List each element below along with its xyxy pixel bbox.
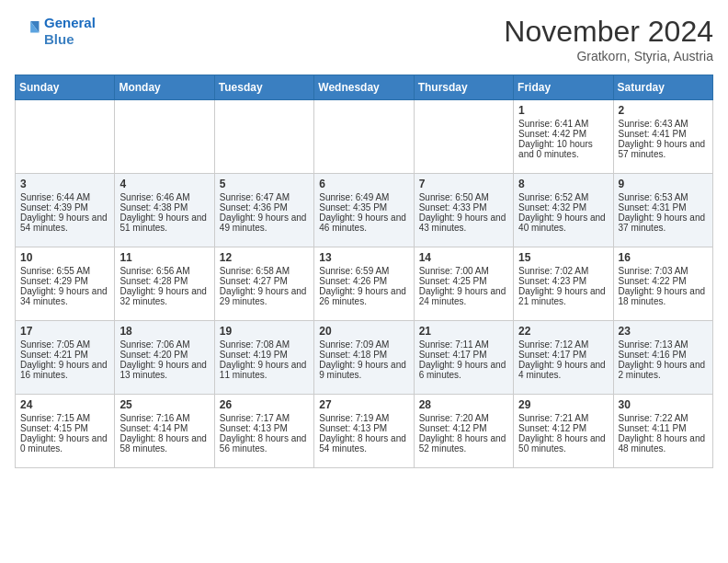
weekday-monday: Monday [115,75,214,100]
daylight-text: Daylight: 9 hours and 9 minutes. [319,360,408,380]
sunset-text: Sunset: 4:17 PM [419,350,508,360]
sunset-text: Sunset: 4:12 PM [419,423,508,433]
day-number: 22 [518,325,608,338]
sunset-text: Sunset: 4:20 PM [119,350,209,360]
day-number: 4 [119,178,209,190]
calendar-cell: 9Sunrise: 6:53 AMSunset: 4:31 PMDaylight… [613,174,712,247]
week-row-2: 3Sunrise: 6:44 AMSunset: 4:39 PMDaylight… [16,174,713,247]
daylight-text: Daylight: 9 hours and 49 minutes. [220,213,309,233]
day-number: 5 [220,178,309,190]
page-header: General Blue November 2024 Gratkorn, Sty… [15,15,713,63]
daylight-text: Daylight: 9 hours and 32 minutes. [119,286,209,306]
calendar-cell: 20Sunrise: 7:09 AMSunset: 4:18 PMDayligh… [314,321,414,395]
logo-text: General Blue [44,15,96,48]
sunset-text: Sunset: 4:15 PM [20,423,109,433]
sunrise-text: Sunrise: 7:21 AM [518,413,608,423]
calendar-cell: 4Sunrise: 6:46 AMSunset: 4:38 PMDaylight… [115,174,214,247]
calendar-cell: 23Sunrise: 7:13 AMSunset: 4:16 PMDayligh… [613,321,712,395]
sunset-text: Sunset: 4:33 PM [419,202,508,213]
sunset-text: Sunset: 4:27 PM [220,276,309,286]
sunset-text: Sunset: 4:25 PM [419,276,508,286]
calendar-cell: 30Sunrise: 7:22 AMSunset: 4:11 PMDayligh… [613,395,712,468]
day-number: 11 [119,251,209,264]
sunrise-text: Sunrise: 7:17 AM [220,413,309,423]
sunrise-text: Sunrise: 7:00 AM [419,266,508,276]
sunset-text: Sunset: 4:14 PM [119,423,209,433]
sunset-text: Sunset: 4:38 PM [119,202,209,213]
calendar-cell: 15Sunrise: 7:02 AMSunset: 4:23 PMDayligh… [514,247,613,321]
day-number: 7 [419,178,508,190]
calendar-cell: 6Sunrise: 6:49 AMSunset: 4:35 PMDaylight… [314,174,414,247]
daylight-text: Daylight: 9 hours and 46 minutes. [319,213,408,233]
sunrise-text: Sunrise: 6:41 AM [518,119,608,129]
sunrise-text: Sunrise: 6:46 AM [119,192,209,202]
sunrise-text: Sunrise: 6:58 AM [220,266,309,276]
daylight-text: Daylight: 9 hours and 6 minutes. [419,360,508,380]
calendar-cell: 11Sunrise: 6:56 AMSunset: 4:28 PMDayligh… [115,247,214,321]
week-row-5: 24Sunrise: 7:15 AMSunset: 4:15 PMDayligh… [16,395,713,468]
calendar-cell [115,100,214,174]
sunset-text: Sunset: 4:16 PM [619,350,708,360]
day-number: 17 [20,325,109,338]
calendar-cell: 25Sunrise: 7:16 AMSunset: 4:14 PMDayligh… [115,395,214,468]
logo-icon [15,18,40,44]
day-number: 20 [319,325,408,338]
sunset-text: Sunset: 4:42 PM [518,129,608,139]
sunrise-text: Sunrise: 7:06 AM [119,339,209,350]
sunrise-text: Sunrise: 7:09 AM [319,339,408,350]
calendar-cell: 26Sunrise: 7:17 AMSunset: 4:13 PMDayligh… [214,395,313,468]
sunset-text: Sunset: 4:23 PM [518,276,608,286]
weekday-header-row: SundayMondayTuesdayWednesdayThursdayFrid… [16,75,713,100]
daylight-text: Daylight: 9 hours and 11 minutes. [220,360,309,380]
calendar-cell: 10Sunrise: 6:55 AMSunset: 4:29 PMDayligh… [16,247,115,321]
day-number: 14 [419,251,508,264]
daylight-text: Daylight: 9 hours and 16 minutes. [20,360,109,380]
daylight-text: Daylight: 9 hours and 34 minutes. [20,286,109,306]
sunrise-text: Sunrise: 6:52 AM [518,192,608,202]
calendar-cell: 29Sunrise: 7:21 AMSunset: 4:12 PMDayligh… [514,395,613,468]
daylight-text: Daylight: 8 hours and 56 minutes. [220,433,309,454]
day-number: 16 [619,251,708,264]
location: Gratkorn, Styria, Austria [504,49,713,63]
daylight-text: Daylight: 9 hours and 29 minutes. [220,286,309,306]
sunrise-text: Sunrise: 6:59 AM [319,266,408,276]
calendar-cell: 12Sunrise: 6:58 AMSunset: 4:27 PMDayligh… [214,247,313,321]
calendar-cell: 1Sunrise: 6:41 AMSunset: 4:42 PMDaylight… [514,100,613,174]
sunset-text: Sunset: 4:31 PM [619,202,708,213]
daylight-text: Daylight: 8 hours and 54 minutes. [319,433,408,454]
day-number: 19 [220,325,309,338]
day-number: 30 [619,398,708,411]
sunset-text: Sunset: 4:13 PM [220,423,309,433]
day-number: 15 [518,251,608,264]
calendar-cell: 17Sunrise: 7:05 AMSunset: 4:21 PMDayligh… [16,321,115,395]
sunrise-text: Sunrise: 6:44 AM [20,192,109,202]
weekday-wednesday: Wednesday [314,75,414,100]
sunrise-text: Sunrise: 7:22 AM [619,413,708,423]
day-number: 2 [619,104,708,117]
day-number: 24 [20,398,109,411]
day-number: 28 [419,398,508,411]
calendar-cell: 8Sunrise: 6:52 AMSunset: 4:32 PMDaylight… [514,174,613,247]
sunset-text: Sunset: 4:18 PM [319,350,408,360]
weekday-thursday: Thursday [414,75,513,100]
sunset-text: Sunset: 4:21 PM [20,350,109,360]
sunrise-text: Sunrise: 7:08 AM [220,339,309,350]
calendar-cell: 24Sunrise: 7:15 AMSunset: 4:15 PMDayligh… [16,395,115,468]
sunrise-text: Sunrise: 7:16 AM [119,413,209,423]
daylight-text: Daylight: 8 hours and 52 minutes. [419,433,508,454]
daylight-text: Daylight: 9 hours and 37 minutes. [619,213,708,233]
daylight-text: Daylight: 9 hours and 57 minutes. [619,139,708,159]
week-row-3: 10Sunrise: 6:55 AMSunset: 4:29 PMDayligh… [16,247,713,321]
sunset-text: Sunset: 4:41 PM [619,129,708,139]
sunrise-text: Sunrise: 7:02 AM [518,266,608,276]
calendar-cell: 27Sunrise: 7:19 AMSunset: 4:13 PMDayligh… [314,395,414,468]
sunrise-text: Sunrise: 6:47 AM [220,192,309,202]
day-number: 13 [319,251,408,264]
calendar-cell [16,100,115,174]
month-title: November 2024 [504,15,713,49]
sunset-text: Sunset: 4:39 PM [20,202,109,213]
sunset-text: Sunset: 4:19 PM [220,350,309,360]
week-row-1: 1Sunrise: 6:41 AMSunset: 4:42 PMDaylight… [16,100,713,174]
sunrise-text: Sunrise: 6:56 AM [119,266,209,276]
sunrise-text: Sunrise: 6:55 AM [20,266,109,276]
